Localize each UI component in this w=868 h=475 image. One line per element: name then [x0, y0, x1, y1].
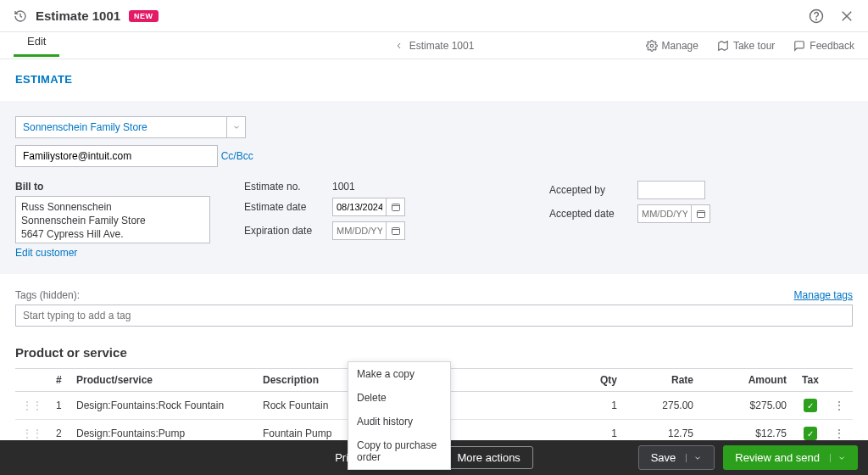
row-actions-icon[interactable]: ⋮ — [827, 392, 853, 420]
accepted-date-label: Accepted date — [549, 208, 631, 220]
tab-edit[interactable]: Edit — [14, 35, 59, 57]
save-button[interactable]: Save — [638, 445, 715, 470]
feedback-button[interactable]: Feedback — [793, 40, 854, 52]
svg-rect-8 — [392, 228, 399, 235]
calendar-icon[interactable] — [692, 204, 710, 223]
menu-audit-history[interactable]: Audit history — [348, 410, 450, 433]
email-input[interactable] — [15, 145, 218, 167]
bill-to-box[interactable]: Russ Sonnenschein Sonnenschein Family St… — [15, 196, 210, 243]
svg-point-4 — [650, 44, 654, 48]
svg-rect-6 — [392, 204, 399, 211]
manage-tags-link[interactable]: Manage tags — [794, 289, 853, 301]
breadcrumb[interactable]: Estimate 1001 — [394, 40, 475, 52]
manage-button[interactable]: Manage — [646, 40, 698, 52]
calendar-icon[interactable] — [387, 221, 405, 240]
menu-make-copy[interactable]: Make a copy — [348, 362, 450, 386]
expiration-date-input[interactable] — [332, 221, 387, 240]
more-actions-button[interactable]: More actions — [444, 446, 532, 469]
svg-marker-5 — [719, 41, 728, 50]
estimate-date-input[interactable] — [332, 198, 387, 216]
accepted-date-input[interactable] — [637, 204, 692, 223]
bill-to-label: Bill to — [15, 181, 210, 193]
review-send-button[interactable]: Review and send — [723, 445, 858, 470]
chevron-down-icon[interactable] — [686, 454, 702, 462]
expiration-date-label: Expiration date — [244, 225, 326, 237]
chevron-left-icon — [394, 41, 404, 51]
gear-icon — [646, 40, 658, 52]
accepted-by-input[interactable] — [637, 181, 705, 199]
take-tour-button[interactable]: Take tour — [717, 40, 775, 52]
drag-handle-icon[interactable]: ⋮⋮ — [15, 392, 49, 420]
form-area: Sonnenschein Family Store Cc/Bcc Bill to… — [0, 101, 868, 274]
page-title: Estimate 1001 — [36, 8, 120, 23]
drag-handle-icon[interactable]: ⋮⋮ — [15, 420, 49, 441]
svg-rect-10 — [697, 211, 704, 218]
chevron-down-icon — [232, 123, 241, 131]
help-icon[interactable] — [809, 8, 824, 24]
tags-input[interactable] — [15, 305, 853, 327]
titlebar: Estimate 1001 NEW — [0, 0, 868, 32]
row-actions-icon[interactable]: ⋮ — [827, 420, 853, 441]
svg-point-1 — [816, 19, 817, 20]
tax-checkbox[interactable]: ✓ — [804, 399, 817, 412]
calendar-icon[interactable] — [387, 198, 405, 216]
edit-customer-link[interactable]: Edit customer — [15, 247, 77, 259]
history-icon[interactable] — [14, 9, 27, 23]
estimate-date-label: Estimate date — [244, 201, 326, 213]
menu-delete[interactable]: Delete — [348, 386, 450, 410]
map-icon — [717, 40, 729, 52]
customer-select[interactable]: Sonnenschein Family Store — [15, 116, 227, 138]
chevron-down-icon[interactable] — [830, 454, 846, 462]
estimate-no-label: Estimate no. — [244, 181, 326, 193]
toolbar: Edit Estimate 1001 Manage Take tour Feed… — [0, 32, 868, 59]
new-badge: NEW — [129, 10, 159, 22]
section-heading: ESTIMATE — [15, 73, 853, 86]
tags-label: Tags (hidden): — [15, 289, 80, 301]
menu-copy-to-po[interactable]: Copy to purchase order — [348, 433, 450, 469]
row-context-menu: Make a copy Delete Audit history Copy to… — [348, 361, 451, 470]
customer-dropdown-button[interactable] — [227, 116, 246, 138]
breadcrumb-label: Estimate 1001 — [409, 40, 475, 52]
products-heading: Product or service — [15, 345, 853, 360]
accepted-by-label: Accepted by — [549, 184, 631, 196]
tax-checkbox[interactable]: ✓ — [804, 427, 817, 440]
ccbcc-link[interactable]: Cc/Bcc — [221, 150, 253, 162]
close-icon[interactable] — [839, 8, 854, 24]
chat-icon — [793, 40, 805, 52]
estimate-no-value: 1001 — [332, 181, 355, 193]
